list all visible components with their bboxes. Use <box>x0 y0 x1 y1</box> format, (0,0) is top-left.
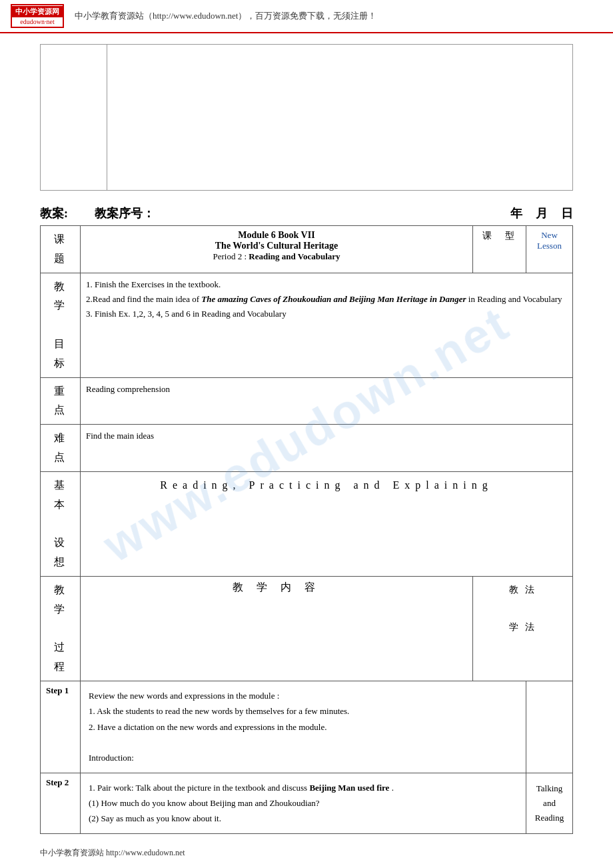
step1-line3: 2. Have a dictation on the new words and… <box>89 719 518 735</box>
obj2-italic: The amazing Caves of Zhoukoudian and Bei… <box>201 294 466 304</box>
month-label: 月 <box>536 205 548 221</box>
obj2-suffix: in Reading and Vocabulary <box>466 294 562 304</box>
logo-top-text: 中小学资源网 <box>12 6 63 17</box>
lesson-period: Period 2 : Reading and Vocabulary <box>86 251 467 262</box>
footer-text: 中小学教育资源站 http://www.edudown.net <box>40 848 185 857</box>
module-title: Module 6 Book VII <box>86 230 467 241</box>
meta-date: 年 月 日 <box>510 205 573 221</box>
year-label: 年 <box>510 205 522 221</box>
step1-content: Review the new words and expressions in … <box>81 681 526 773</box>
page-footer: 中小学教育资源站 http://www.edudown.net <box>0 841 613 865</box>
zhong-dian-content: Reading comprehension <box>81 377 573 425</box>
day-label: 日 <box>561 205 573 221</box>
step1-line2: 1. Ask the students to read the new word… <box>89 703 518 719</box>
step2-q1: (1) How much do you know about Beijing m… <box>89 795 518 811</box>
jiaoxue-mubiao-content: 1. Finish the Exercises in the textbook.… <box>81 273 573 377</box>
logo: 中小学资源网 edudown·net <box>11 4 64 28</box>
page-header: 中小学资源网 edudown·net 中小学教育资源站（http://www.e… <box>0 0 613 33</box>
step1-method <box>526 681 573 773</box>
ji-ben-she-xiang-label: 基 本设 想 <box>41 471 81 576</box>
step1-label: Step 1 <box>41 681 81 773</box>
new-lesson-text: New Lesson <box>537 230 562 251</box>
period-text: Period 2 : <box>213 251 249 261</box>
lesson-title-cell: Module 6 Book VII The World's Cultural H… <box>81 226 473 273</box>
zhong-dian-row: 重 点 Reading comprehension <box>41 377 573 425</box>
zhong-dian-label: 重 点 <box>41 377 81 425</box>
step2-row: Step 2 1. Pair work: Talk about the pict… <box>41 773 573 833</box>
jiaoxue-mubiao-row: 教 学目 标 1. Finish the Exercises in the te… <box>41 273 573 377</box>
period-bold-text: Reading and Vocabulary <box>249 251 340 261</box>
step2-dot: . <box>389 783 394 793</box>
step2-method: Talking and Reading <box>526 773 573 833</box>
step1-line1: Review the new words and expressions in … <box>89 688 518 703</box>
lesson-table: 课题 Module 6 Book VII The World's Cultura… <box>40 225 573 834</box>
jiaoxue-mubiao-label: 教 学目 标 <box>41 273 81 377</box>
top-box-left <box>41 45 107 190</box>
header-tagline: 中小学教育资源站（http://www.edudown.net），百万资源免费下… <box>75 10 376 22</box>
step2-q2: (2) Say as much as you know about it. <box>89 811 518 826</box>
meta-row: 教案: 教案序号： 年 月 日 <box>0 197 613 225</box>
process-header-row: 教 学过 程 教 学 内 容 教 法学 法 <box>41 576 573 681</box>
step2-bold-text: Beijing Man used fire <box>309 783 389 793</box>
step1-row: Step 1 Review the new words and expressi… <box>41 681 573 773</box>
jiaoan-label: 教案: <box>40 205 68 221</box>
obj3: 3. Finish Ex. 1,2, 3, 4, 5 and 6 in Read… <box>86 307 567 321</box>
jiaoxue-neirong-label: 教 学 内 容 <box>81 576 473 681</box>
obj2-prefix: 2.Read and find the main idea of <box>86 294 201 304</box>
step2-line1: 1. Pair work: Talk about the picture in … <box>89 780 518 795</box>
step2-label: Step 2 <box>41 773 81 833</box>
jiaoan-no-label: 教案序号： <box>95 205 155 221</box>
lesson-type-cell: 课 型 <box>473 226 526 273</box>
logo-bottom-text: edudown·net <box>19 17 55 26</box>
new-lesson-cell: New Lesson <box>526 226 573 273</box>
nan-dian-content: Find the main ideas <box>81 425 573 472</box>
jiaofaxuefa-label: 教 法学 法 <box>473 576 573 681</box>
step2-intro-text: 1. Pair work: Talk about the picture in … <box>89 783 309 793</box>
step2-content: 1. Pair work: Talk about the picture in … <box>81 773 526 833</box>
lesson-subtitle: The World's Cultural Heritage <box>86 241 467 251</box>
ke-ti-label: 课题 <box>41 226 81 273</box>
nan-dian-row: 难 点 Find the main ideas <box>41 425 573 472</box>
ke-ti-row: 课题 Module 6 Book VII The World's Cultura… <box>41 226 573 273</box>
step1-intro: Introduction: <box>89 750 518 765</box>
top-image-area <box>40 44 573 191</box>
jiaoxue-guocheng-label: 教 学过 程 <box>41 576 81 681</box>
top-box-right <box>107 45 572 190</box>
obj2: 2.Read and find the main idea of The ama… <box>86 292 567 307</box>
obj1: 1. Finish the Exercises in the textbook. <box>86 277 567 292</box>
nan-dian-label: 难 点 <box>41 425 81 472</box>
ji-ben-she-xiang-content: Reading, Practicing and Explaining <box>81 471 573 576</box>
ji-ben-she-xiang-row: 基 本设 想 Reading, Practicing and Explainin… <box>41 471 573 576</box>
